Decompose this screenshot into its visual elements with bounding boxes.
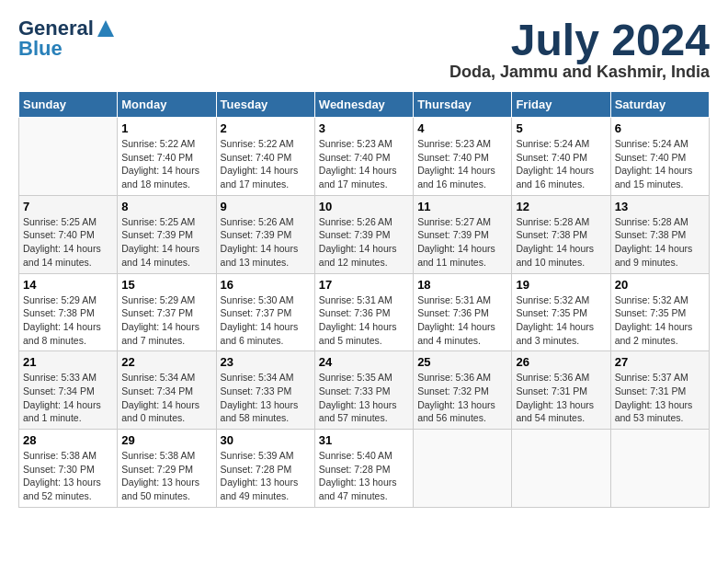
day-info: Sunrise: 5:28 AMSunset: 7:38 PMDaylight:… [516,215,606,270]
day-cell [19,118,118,196]
day-info: Sunrise: 5:32 AMSunset: 7:35 PMDaylight:… [516,293,606,348]
day-info: Sunrise: 5:31 AMSunset: 7:36 PMDaylight:… [319,293,409,348]
day-cell [610,430,709,508]
day-cell: 23 Sunrise: 5:34 AMSunset: 7:33 PMDaylig… [216,351,314,430]
day-number: 29 [121,433,211,447]
week-row-2: 14 Sunrise: 5:29 AMSunset: 7:38 PMDaylig… [19,273,710,351]
day-cell: 28 Sunrise: 5:38 AMSunset: 7:30 PMDaylig… [19,430,118,508]
day-info: Sunrise: 5:36 AMSunset: 7:31 PMDaylight:… [516,371,606,425]
day-info: Sunrise: 5:37 AMSunset: 7:31 PMDaylight:… [615,371,705,425]
day-number: 12 [516,200,606,213]
day-number: 21 [23,355,113,369]
day-number: 30 [221,433,311,447]
day-info: Sunrise: 5:22 AMSunset: 7:40 PMDaylight:… [221,137,311,191]
day-info: Sunrise: 5:23 AMSunset: 7:40 PMDaylight:… [319,137,409,191]
day-cell: 29 Sunrise: 5:38 AMSunset: 7:29 PMDaylig… [118,430,216,508]
day-cell: 13 Sunrise: 5:28 AMSunset: 7:38 PMDaylig… [610,195,709,273]
day-number: 3 [319,121,409,135]
day-info: Sunrise: 5:26 AMSunset: 7:39 PMDaylight:… [221,215,311,270]
title-section: July 2024 Doda, Jammu and Kashmir, India [449,18,710,82]
day-number: 24 [319,355,409,369]
day-info: Sunrise: 5:31 AMSunset: 7:36 PMDaylight:… [417,293,507,348]
day-number: 2 [221,121,311,135]
day-info: Sunrise: 5:38 AMSunset: 7:29 PMDaylight:… [121,449,211,503]
svg-marker-0 [97,20,114,37]
day-info: Sunrise: 5:25 AMSunset: 7:39 PMDaylight:… [121,215,211,270]
logo-blue: Blue [18,39,116,59]
logo-icon [96,18,116,39]
day-info: Sunrise: 5:29 AMSunset: 7:38 PMDaylight:… [23,293,113,348]
col-monday: Monday [118,92,216,118]
day-info: Sunrise: 5:26 AMSunset: 7:39 PMDaylight:… [319,215,409,270]
day-info: Sunrise: 5:25 AMSunset: 7:40 PMDaylight:… [23,215,113,270]
day-cell: 24 Sunrise: 5:35 AMSunset: 7:33 PMDaylig… [314,351,413,430]
day-number: 14 [23,278,113,292]
day-cell: 27 Sunrise: 5:37 AMSunset: 7:31 PMDaylig… [610,351,709,430]
logo-text: General [18,18,94,39]
day-number: 9 [221,200,311,213]
day-cell: 12 Sunrise: 5:28 AMSunset: 7:38 PMDaylig… [512,195,610,273]
day-cell: 11 Sunrise: 5:27 AMSunset: 7:39 PMDaylig… [414,195,512,273]
col-wednesday: Wednesday [314,92,413,118]
day-number: 20 [615,278,705,292]
day-info: Sunrise: 5:32 AMSunset: 7:35 PMDaylight:… [615,293,705,348]
day-cell: 22 Sunrise: 5:34 AMSunset: 7:34 PMDaylig… [118,351,216,430]
day-info: Sunrise: 5:23 AMSunset: 7:40 PMDaylight:… [417,137,507,191]
day-cell: 3 Sunrise: 5:23 AMSunset: 7:40 PMDayligh… [314,118,413,196]
day-info: Sunrise: 5:38 AMSunset: 7:30 PMDaylight:… [23,449,113,503]
week-row-3: 21 Sunrise: 5:33 AMSunset: 7:34 PMDaylig… [19,351,710,430]
col-saturday: Saturday [610,92,709,118]
day-number: 26 [516,355,606,369]
day-cell [512,430,610,508]
day-cell: 6 Sunrise: 5:24 AMSunset: 7:40 PMDayligh… [610,118,709,196]
week-row-0: 1 Sunrise: 5:22 AMSunset: 7:40 PMDayligh… [19,118,710,196]
day-info: Sunrise: 5:36 AMSunset: 7:32 PMDaylight:… [417,371,507,425]
day-info: Sunrise: 5:34 AMSunset: 7:33 PMDaylight:… [221,371,311,425]
day-cell: 4 Sunrise: 5:23 AMSunset: 7:40 PMDayligh… [414,118,512,196]
day-cell: 5 Sunrise: 5:24 AMSunset: 7:40 PMDayligh… [512,118,610,196]
location-title: Doda, Jammu and Kashmir, India [449,63,710,82]
day-info: Sunrise: 5:22 AMSunset: 7:40 PMDaylight:… [121,137,211,191]
day-info: Sunrise: 5:24 AMSunset: 7:40 PMDaylight:… [615,137,705,191]
day-cell: 19 Sunrise: 5:32 AMSunset: 7:35 PMDaylig… [512,273,610,351]
day-number: 19 [516,278,606,292]
month-title: July 2024 [449,18,710,63]
day-number: 13 [615,200,705,213]
day-cell: 31 Sunrise: 5:40 AMSunset: 7:28 PMDaylig… [314,430,413,508]
day-number: 1 [121,121,211,135]
day-number: 11 [417,200,507,213]
day-info: Sunrise: 5:35 AMSunset: 7:33 PMDaylight:… [319,371,409,425]
day-cell: 18 Sunrise: 5:31 AMSunset: 7:36 PMDaylig… [414,273,512,351]
day-cell: 8 Sunrise: 5:25 AMSunset: 7:39 PMDayligh… [118,195,216,273]
day-cell: 20 Sunrise: 5:32 AMSunset: 7:35 PMDaylig… [610,273,709,351]
col-friday: Friday [512,92,610,118]
day-number: 22 [121,355,211,369]
week-row-4: 28 Sunrise: 5:38 AMSunset: 7:30 PMDaylig… [19,430,710,508]
day-number: 31 [319,433,409,447]
day-info: Sunrise: 5:28 AMSunset: 7:38 PMDaylight:… [615,215,705,270]
day-info: Sunrise: 5:27 AMSunset: 7:39 PMDaylight:… [417,215,507,270]
day-number: 25 [417,355,507,369]
day-cell: 15 Sunrise: 5:29 AMSunset: 7:37 PMDaylig… [118,273,216,351]
day-cell: 1 Sunrise: 5:22 AMSunset: 7:40 PMDayligh… [118,118,216,196]
col-thursday: Thursday [414,92,512,118]
day-info: Sunrise: 5:29 AMSunset: 7:37 PMDaylight:… [121,293,211,348]
day-number: 27 [615,355,705,369]
day-number: 28 [23,433,113,447]
day-cell: 9 Sunrise: 5:26 AMSunset: 7:39 PMDayligh… [216,195,314,273]
day-cell [414,430,512,508]
day-info: Sunrise: 5:39 AMSunset: 7:28 PMDaylight:… [221,449,311,503]
calendar-table: Sunday Monday Tuesday Wednesday Thursday… [18,91,710,508]
day-number: 18 [417,278,507,292]
day-number: 4 [417,121,507,135]
day-number: 17 [319,278,409,292]
day-cell: 30 Sunrise: 5:39 AMSunset: 7:28 PMDaylig… [216,430,314,508]
day-number: 15 [121,278,211,292]
logo: General Blue [18,18,116,59]
day-info: Sunrise: 5:33 AMSunset: 7:34 PMDaylight:… [23,371,113,425]
day-number: 6 [615,121,705,135]
day-cell: 25 Sunrise: 5:36 AMSunset: 7:32 PMDaylig… [414,351,512,430]
day-number: 10 [319,200,409,213]
day-number: 7 [23,200,113,213]
col-sunday: Sunday [19,92,118,118]
